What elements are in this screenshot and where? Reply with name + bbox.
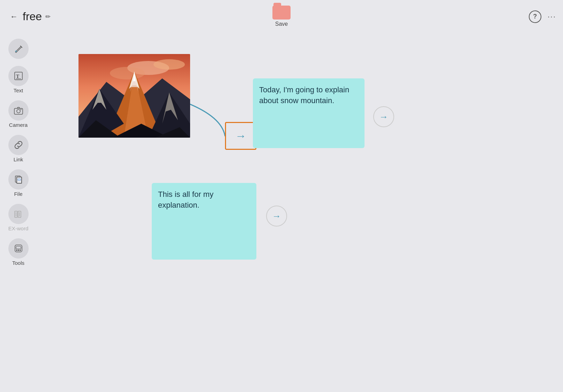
next-arrow-button-2[interactable]: →: [266, 206, 287, 226]
sidebar-item-link[interactable]: Link: [3, 133, 34, 164]
edit-title-icon[interactable]: ✏: [45, 13, 51, 21]
sidebar-item-camera[interactable]: Camera: [3, 98, 34, 130]
sidebar-label-text: Text: [14, 87, 23, 93]
svg-point-18: [20, 249, 21, 251]
header: ← free ✏ Save ? ···: [0, 0, 563, 33]
text-bubble-1[interactable]: Today, I'm going to explain about snow m…: [253, 78, 365, 148]
svg-point-6: [20, 109, 21, 110]
tools-icon: [8, 238, 29, 259]
sidebar-item-tools[interactable]: Tools: [3, 236, 34, 268]
canvas: → Today, I'm going to explain about snow…: [37, 33, 563, 392]
svg-point-23: [110, 67, 145, 79]
sidebar-label-link: Link: [14, 156, 23, 162]
more-button[interactable]: ···: [548, 12, 556, 21]
svg-point-17: [18, 249, 19, 251]
svg-rect-19: [16, 246, 21, 249]
sidebar-item-exword[interactable]: EX-word: [3, 202, 34, 233]
text-bubble-2[interactable]: This is all for my explanation.: [152, 183, 256, 260]
connector-arrow-icon: →: [235, 130, 246, 143]
sidebar-label-camera: Camera: [9, 122, 28, 128]
save-label: Save: [275, 21, 288, 27]
pen-icon: [8, 39, 29, 59]
svg-text:T: T: [16, 74, 20, 79]
header-right: ? ···: [529, 10, 556, 23]
svg-point-5: [17, 109, 20, 113]
sidebar-item-file[interactable]: File: [3, 167, 34, 199]
svg-point-22: [153, 59, 185, 70]
help-button[interactable]: ?: [529, 10, 541, 23]
sidebar-label-exword: EX-word: [8, 225, 29, 231]
svg-rect-10: [18, 179, 21, 180]
sidebar: T Text Camera Link: [0, 33, 37, 392]
sidebar-label-file: File: [14, 191, 22, 197]
file-icon: [8, 169, 29, 190]
title-area: free ✏: [23, 10, 51, 23]
arrow-icon-2: →: [272, 211, 281, 222]
camera-icon: [8, 100, 29, 121]
sidebar-item-text[interactable]: T Text: [3, 64, 34, 95]
arrow-icon-1: →: [379, 112, 388, 122]
svg-point-16: [16, 249, 17, 251]
sidebar-item-pen[interactable]: [3, 37, 34, 61]
exword-icon: [8, 204, 29, 224]
sidebar-label-tools: Tools: [12, 260, 24, 266]
next-arrow-button-1[interactable]: →: [373, 106, 394, 127]
text-icon: T: [8, 66, 29, 86]
folder-body: [272, 6, 291, 20]
svg-point-0: [15, 51, 17, 52]
bubble2-text: This is all for my explanation.: [158, 190, 213, 209]
bubble1-text: Today, I'm going to explain about snow m…: [259, 85, 349, 105]
save-folder-icon[interactable]: [272, 3, 291, 20]
back-button[interactable]: ←: [7, 10, 21, 24]
connector-box[interactable]: →: [225, 122, 256, 150]
mountain-image[interactable]: [78, 54, 190, 138]
page-title: free: [23, 10, 42, 23]
save-area[interactable]: Save: [272, 3, 291, 27]
link-icon: [8, 135, 29, 155]
